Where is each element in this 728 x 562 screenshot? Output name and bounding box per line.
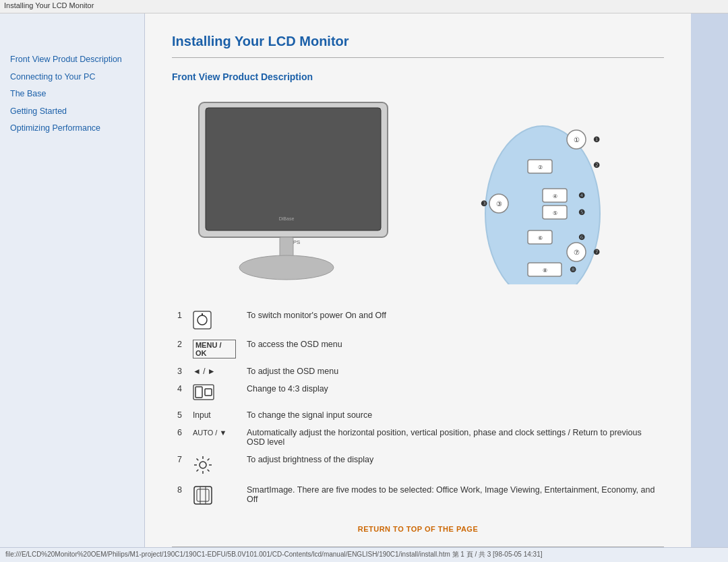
- item-icon: AUTO / ▼: [187, 424, 241, 451]
- item-num: 7: [172, 451, 187, 481]
- svg-text:❺: ❺: [578, 208, 585, 216]
- top-divider: [172, 57, 664, 58]
- svg-point-4: [239, 255, 334, 280]
- svg-text:❸: ❸: [481, 199, 487, 208]
- table-row: 2 MENU / OK To access the OSD menu: [172, 336, 664, 363]
- svg-rect-47: [197, 489, 209, 501]
- sidebar-item-connecting[interactable]: Connecting to Your PC: [10, 71, 138, 84]
- table-row: 3 ◄ / ► To adjust the OSD menu: [172, 363, 664, 380]
- svg-text:⑥: ⑥: [538, 235, 543, 241]
- item-desc: To adjust the OSD menu: [241, 363, 664, 380]
- item-icon: Input: [187, 406, 241, 424]
- svg-text:❻: ❻: [578, 233, 585, 241]
- buttons-diagram: ① ② ③ ④ ⑤: [408, 96, 617, 286]
- table-row: 6 AUTO / ▼ Automatically adjust the hori…: [172, 424, 664, 451]
- svg-rect-1: [206, 108, 381, 230]
- bottom-bar-text: file:///E/LCD%20Monitor%20OEM/Philips/M1…: [5, 551, 542, 558]
- item-icon: [187, 307, 241, 336]
- svg-text:❹: ❹: [578, 191, 585, 199]
- page-title: Installing Your LCD Monitor: [172, 34, 664, 49]
- svg-text:①: ①: [574, 136, 580, 144]
- title-bar: Installing Your LCD Monitor: [0, 0, 728, 13]
- sidebar-item-the-base[interactable]: The Base: [10, 88, 138, 100]
- bottom-divider: [172, 547, 664, 547]
- title-bar-text: Installing Your LCD Monitor: [4, 1, 94, 9]
- item-icon: [187, 451, 241, 481]
- svg-text:②: ②: [538, 164, 543, 170]
- main-layout: Front View Produt Description Connecting…: [0, 13, 728, 547]
- bottom-bar: file:///E/LCD%20Monitor%20OEM/Philips/M1…: [0, 547, 728, 562]
- item-desc: To change the signal input source: [241, 406, 664, 424]
- svg-text:⑤: ⑤: [553, 210, 557, 216]
- table-row: 7 To ad: [172, 451, 664, 481]
- item-desc: Automatically adjust the horizontal posi…: [241, 424, 664, 451]
- svg-line-42: [196, 459, 198, 461]
- item-num: 8: [172, 481, 187, 511]
- item-num: 3: [172, 363, 187, 380]
- right-panel: [691, 13, 728, 547]
- item-icon: [187, 481, 241, 511]
- return-to-top-link[interactable]: RETURN TO TOP OF THE PAGE: [172, 525, 664, 533]
- table-row: 8 SmartImage. There are five modes to be…: [172, 481, 664, 511]
- item-desc: Change to 4:3 display: [241, 380, 664, 406]
- sidebar-item-optimizing[interactable]: Optimizing Performance: [10, 123, 138, 135]
- sidebar-item-getting-started[interactable]: Getting Started: [10, 106, 138, 118]
- arrows-icon: ◄ / ►: [193, 367, 216, 376]
- item-desc: SmartImage. There are five modes to be s…: [241, 481, 664, 511]
- svg-text:④: ④: [553, 193, 557, 199]
- svg-text:⑦: ⑦: [574, 249, 580, 256]
- item-num: 6: [172, 424, 187, 451]
- auto-down-icon: AUTO / ▼: [193, 429, 226, 437]
- item-num: 1: [172, 307, 187, 336]
- svg-text:⑧: ⑧: [543, 268, 547, 274]
- sidebar-item-front-view-produt[interactable]: Front View Produt Description: [10, 54, 138, 66]
- svg-text:❼: ❼: [593, 248, 600, 256]
- svg-line-45: [196, 470, 198, 472]
- item-desc: To adjust brightness of the display: [241, 451, 664, 481]
- svg-text:❶: ❶: [593, 135, 600, 144]
- svg-point-37: [200, 462, 206, 468]
- item-desc: To switch monitor's power On and Off: [241, 307, 664, 336]
- table-row: 4 Change to 4:3 display: [172, 380, 664, 406]
- section-title: Front View Product Description: [172, 71, 664, 82]
- item-desc: To access the OSD menu: [241, 336, 664, 363]
- diagram-area: PHILIPS DiBase ①: [172, 96, 664, 286]
- table-row: 1 To switch monitor's power On and Off: [172, 307, 664, 336]
- item-icon: [187, 380, 241, 406]
- item-icon: MENU / OK: [187, 336, 241, 363]
- svg-text:❽: ❽: [570, 266, 576, 274]
- svg-line-43: [208, 470, 210, 472]
- monitor-diagram: PHILIPS DiBase: [172, 96, 401, 286]
- sidebar: Front View Produt Description Connecting…: [0, 13, 145, 547]
- svg-line-44: [208, 459, 210, 461]
- descriptions-table: 1 To switch monitor's power On and Off 2…: [172, 307, 664, 511]
- svg-text:❷: ❷: [593, 161, 600, 169]
- item-icon: ◄ / ►: [187, 363, 241, 380]
- table-row: 5 Input To change the signal input sourc…: [172, 406, 664, 424]
- content-panel: Installing Your LCD Monitor Front View P…: [145, 13, 691, 547]
- menu-ok-icon: MENU / OK: [193, 340, 236, 358]
- item-num: 5: [172, 406, 187, 424]
- input-icon: Input: [193, 410, 211, 420]
- svg-text:DiBase: DiBase: [279, 216, 295, 221]
- svg-text:③: ③: [496, 200, 502, 208]
- item-num: 2: [172, 336, 187, 363]
- item-num: 4: [172, 380, 187, 406]
